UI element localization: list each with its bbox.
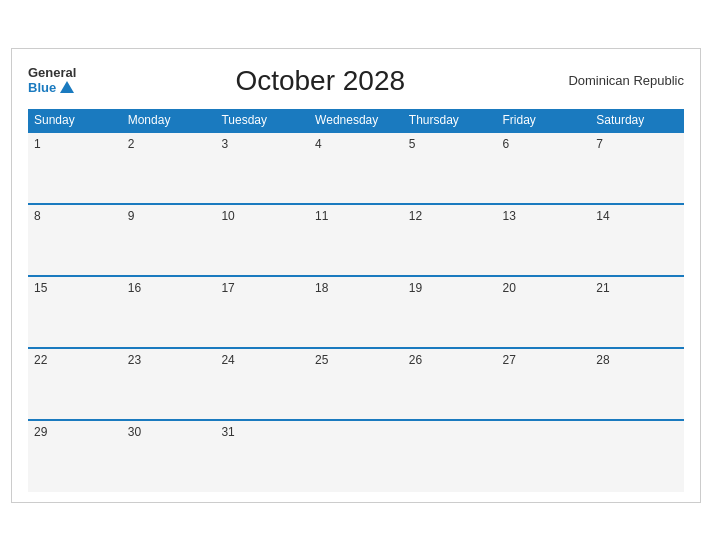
calendar-day: 30 <box>122 420 216 492</box>
calendar-day: 28 <box>590 348 684 420</box>
calendar-day: 2 <box>122 132 216 204</box>
logo-blue-text: Blue <box>28 81 56 95</box>
day-number: 8 <box>34 209 41 223</box>
day-number: 6 <box>503 137 510 151</box>
calendar-body: 1234567891011121314151617181920212223242… <box>28 132 684 492</box>
calendar-day: 5 <box>403 132 497 204</box>
col-monday: Monday <box>122 109 216 132</box>
day-number: 11 <box>315 209 328 223</box>
calendar-day: 25 <box>309 348 403 420</box>
calendar-day: 1 <box>28 132 122 204</box>
calendar-day: 31 <box>215 420 309 492</box>
calendar-day: 9 <box>122 204 216 276</box>
calendar-day: 11 <box>309 204 403 276</box>
day-number: 5 <box>409 137 416 151</box>
calendar-day: 26 <box>403 348 497 420</box>
calendar-day: 14 <box>590 204 684 276</box>
calendar-day <box>403 420 497 492</box>
day-number: 15 <box>34 281 47 295</box>
day-number: 30 <box>128 425 141 439</box>
day-number: 3 <box>221 137 228 151</box>
day-number: 4 <box>315 137 322 151</box>
col-sunday: Sunday <box>28 109 122 132</box>
day-number: 26 <box>409 353 422 367</box>
logo-blue-row: Blue <box>28 81 74 95</box>
calendar-grid: Sunday Monday Tuesday Wednesday Thursday… <box>28 109 684 492</box>
calendar-title: October 2028 <box>76 65 564 97</box>
day-number: 1 <box>34 137 41 151</box>
calendar-header-row: Sunday Monday Tuesday Wednesday Thursday… <box>28 109 684 132</box>
calendar-day: 18 <box>309 276 403 348</box>
calendar-day: 27 <box>497 348 591 420</box>
calendar-country: Dominican Republic <box>564 73 684 88</box>
logo-general-text: General <box>28 66 76 80</box>
day-number: 19 <box>409 281 422 295</box>
day-number: 12 <box>409 209 422 223</box>
calendar-day: 16 <box>122 276 216 348</box>
calendar-day: 23 <box>122 348 216 420</box>
day-number: 20 <box>503 281 516 295</box>
col-saturday: Saturday <box>590 109 684 132</box>
calendar-day <box>309 420 403 492</box>
calendar-day: 13 <box>497 204 591 276</box>
day-number: 27 <box>503 353 516 367</box>
calendar-day: 20 <box>497 276 591 348</box>
calendar-day: 22 <box>28 348 122 420</box>
calendar-day: 17 <box>215 276 309 348</box>
col-wednesday: Wednesday <box>309 109 403 132</box>
day-number: 21 <box>596 281 609 295</box>
col-friday: Friday <box>497 109 591 132</box>
logo-triangle-icon <box>60 81 74 93</box>
day-number: 7 <box>596 137 603 151</box>
calendar-day: 24 <box>215 348 309 420</box>
calendar-day <box>497 420 591 492</box>
day-number: 16 <box>128 281 141 295</box>
day-number: 23 <box>128 353 141 367</box>
calendar-header: General Blue October 2028 Dominican Repu… <box>28 65 684 97</box>
day-number: 18 <box>315 281 328 295</box>
day-number: 31 <box>221 425 234 439</box>
calendar-day: 29 <box>28 420 122 492</box>
calendar-day: 15 <box>28 276 122 348</box>
calendar-day: 3 <box>215 132 309 204</box>
day-number: 14 <box>596 209 609 223</box>
col-tuesday: Tuesday <box>215 109 309 132</box>
day-number: 10 <box>221 209 234 223</box>
day-number: 9 <box>128 209 135 223</box>
calendar-day: 12 <box>403 204 497 276</box>
day-number: 2 <box>128 137 135 151</box>
calendar-day: 21 <box>590 276 684 348</box>
day-number: 17 <box>221 281 234 295</box>
calendar-day: 19 <box>403 276 497 348</box>
calendar-container: General Blue October 2028 Dominican Repu… <box>11 48 701 503</box>
calendar-day: 10 <box>215 204 309 276</box>
day-number: 13 <box>503 209 516 223</box>
day-number: 22 <box>34 353 47 367</box>
calendar-day: 6 <box>497 132 591 204</box>
day-number: 29 <box>34 425 47 439</box>
day-number: 28 <box>596 353 609 367</box>
logo: General Blue <box>28 66 76 95</box>
calendar-day: 7 <box>590 132 684 204</box>
calendar-day <box>590 420 684 492</box>
col-thursday: Thursday <box>403 109 497 132</box>
day-number: 25 <box>315 353 328 367</box>
calendar-day: 4 <box>309 132 403 204</box>
calendar-day: 8 <box>28 204 122 276</box>
day-number: 24 <box>221 353 234 367</box>
